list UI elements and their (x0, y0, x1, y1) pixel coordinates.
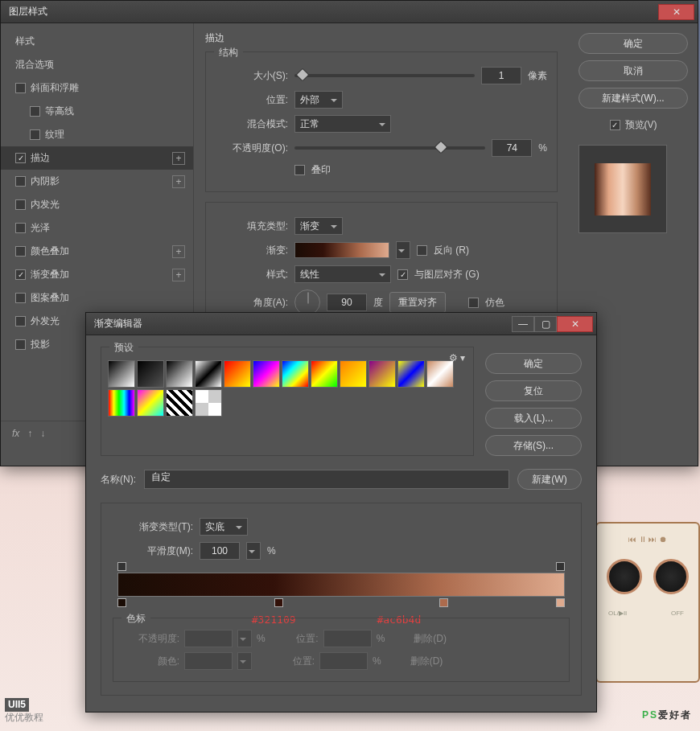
effect-checkbox[interactable] (15, 153, 26, 163)
effect-checkbox[interactable] (15, 199, 26, 210)
reverse-checkbox[interactable] (417, 245, 427, 256)
effect-checkbox[interactable] (15, 269, 26, 280)
add-instance-icon[interactable]: + (172, 269, 185, 281)
gradient-preset[interactable] (108, 360, 135, 388)
smoothness-input[interactable]: 100 (200, 542, 240, 560)
fx-button[interactable]: fx (12, 428, 19, 439)
opacity-slider[interactable] (294, 146, 485, 150)
overprint-checkbox[interactable] (294, 165, 305, 175)
style-item[interactable]: 等高线 (1, 100, 193, 123)
gradient-preset[interactable] (224, 360, 251, 388)
effect-checkbox[interactable] (30, 106, 40, 117)
gradient-preset[interactable] (166, 389, 193, 417)
blend-select[interactable]: 正常 (294, 115, 391, 133)
maximize-button[interactable]: ▢ (534, 316, 557, 332)
layer-style-titlebar[interactable]: 图层样式 ✕ (1, 1, 698, 23)
preview-swatch (595, 163, 651, 216)
color-stop[interactable] (556, 598, 565, 607)
style-item[interactable]: 斜面和浮雕 (1, 76, 193, 100)
up-icon[interactable]: ↑ (27, 428, 32, 439)
gear-icon[interactable]: ⚙ ▾ (449, 352, 465, 363)
ge-save-button[interactable]: 存储(S)... (485, 435, 582, 456)
gradient-preset[interactable] (397, 360, 425, 388)
effect-checkbox[interactable] (15, 316, 26, 326)
effect-checkbox[interactable] (15, 176, 26, 187)
style-item[interactable]: 渐变叠加+ (1, 263, 193, 286)
gradient-swatch[interactable] (294, 242, 389, 258)
style-select[interactable]: 线性 (294, 265, 391, 283)
align-checkbox[interactable] (397, 269, 408, 280)
size-slider[interactable] (294, 74, 475, 77)
add-instance-icon[interactable]: + (172, 175, 185, 188)
gradient-preset[interactable] (166, 360, 193, 388)
reset-align-button[interactable]: 重置对齐 (389, 292, 446, 313)
opacity-stop[interactable] (117, 562, 126, 571)
ok-button[interactable]: 确定 (579, 33, 688, 54)
minimize-button[interactable]: — (512, 316, 534, 332)
styles-header[interactable]: 样式 (1, 30, 193, 53)
stops-fieldset: 色标 不透明度: % 位置: % 删除(D) 颜色: 位置: (113, 618, 570, 682)
gradient-preset[interactable] (195, 389, 222, 417)
gradient-dropdown[interactable] (396, 241, 410, 259)
opacity-input[interactable]: 74 (492, 139, 532, 157)
opacity-stop[interactable] (556, 562, 565, 571)
stop-color-swatch (184, 652, 233, 670)
style-item[interactable]: 内阴影+ (1, 170, 193, 193)
gradient-editor-titlebar[interactable]: 渐变编辑器 — ▢ ✕ (86, 313, 596, 335)
gradient-preset[interactable] (137, 360, 164, 388)
dither-checkbox[interactable] (468, 298, 479, 308)
ge-ok-button[interactable]: 确定 (485, 353, 582, 374)
effect-checkbox[interactable] (15, 83, 26, 93)
gradient-preset[interactable] (195, 360, 222, 388)
style-item[interactable]: 图案叠加 (1, 286, 193, 310)
effect-checkbox[interactable] (15, 293, 26, 303)
blend-options[interactable]: 混合选项 (1, 53, 193, 76)
gradient-bar[interactable]: #321109 #ac6b4d (117, 573, 565, 597)
ge-reset-button[interactable]: 复位 (485, 380, 582, 401)
stop-opacity-input (184, 630, 233, 647)
size-input[interactable]: 1 (481, 67, 521, 84)
gradient-preset[interactable] (253, 360, 280, 388)
gradient-preset[interactable] (311, 360, 338, 388)
gradient-preset[interactable] (340, 360, 367, 388)
gradtype-select[interactable]: 实底 (200, 518, 248, 536)
effect-checkbox[interactable] (30, 129, 40, 140)
filltype-select[interactable]: 渐变 (294, 217, 343, 235)
style-item[interactable]: 内发光 (1, 193, 193, 216)
down-icon[interactable]: ↓ (40, 428, 45, 439)
effect-label: 颜色叠加 (31, 244, 69, 258)
new-button[interactable]: 新建(W) (517, 469, 582, 490)
dither-label: 仿色 (485, 296, 504, 310)
name-input[interactable]: 自定 (144, 470, 509, 489)
style-item[interactable]: 颜色叠加+ (1, 240, 193, 263)
effect-label: 纹理 (45, 128, 64, 142)
gradient-preset[interactable] (426, 360, 454, 388)
new-style-button[interactable]: 新建样式(W)... (579, 88, 688, 109)
preview-checkbox[interactable] (610, 120, 620, 130)
effect-checkbox[interactable] (15, 223, 26, 233)
color-stop[interactable] (274, 598, 283, 607)
gradient-preset[interactable] (282, 360, 309, 388)
opacity-unit: % (538, 142, 547, 154)
stop-opacity-label: 不透明度: (123, 632, 179, 646)
angle-input[interactable]: 90 (327, 294, 367, 311)
color-stop[interactable] (117, 598, 126, 607)
close-button[interactable]: ✕ (557, 316, 593, 332)
gradient-preset[interactable] (108, 389, 135, 417)
color-stop[interactable] (439, 598, 448, 607)
add-instance-icon[interactable]: + (172, 152, 185, 165)
add-instance-icon[interactable]: + (172, 245, 185, 258)
position-select[interactable]: 外部 (294, 91, 343, 109)
gradient-preset[interactable] (369, 360, 396, 388)
style-item[interactable]: 描边+ (1, 146, 193, 170)
style-item[interactable]: 纹理 (1, 123, 193, 146)
close-button[interactable]: ✕ (658, 4, 694, 20)
smoothness-dropdown[interactable] (246, 542, 261, 560)
cancel-button[interactable]: 取消 (579, 60, 688, 81)
effect-checkbox[interactable] (15, 246, 26, 257)
stop-color-label: 颜色: (123, 655, 179, 668)
ge-load-button[interactable]: 载入(L)... (485, 408, 582, 429)
gradient-preset[interactable] (137, 389, 164, 417)
style-item[interactable]: 光泽 (1, 216, 193, 240)
effect-checkbox[interactable] (15, 339, 26, 350)
